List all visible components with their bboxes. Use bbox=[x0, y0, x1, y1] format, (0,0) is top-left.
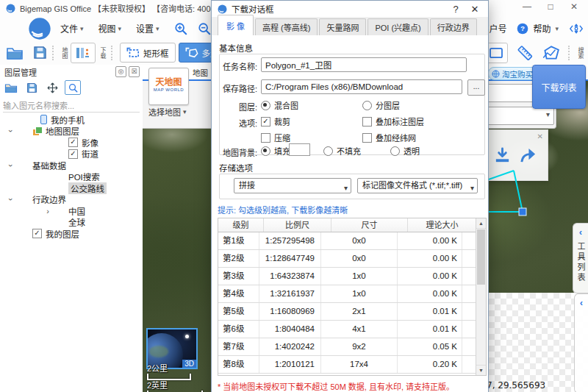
tree-item[interactable]: 我的手机 bbox=[0, 114, 143, 126]
tree-item[interactable]: POI搜索 bbox=[0, 171, 143, 183]
dialog-help-button[interactable]: ? bbox=[448, 4, 463, 15]
search-layer-button[interactable] bbox=[65, 80, 81, 95]
tree-item[interactable]: ✓影像 bbox=[0, 137, 143, 149]
expander-icon[interactable]: › bbox=[7, 127, 15, 135]
checkbox-graticule[interactable]: 叠加经纬网 bbox=[362, 132, 416, 143]
open-layer-button[interactable] bbox=[3, 80, 19, 95]
minimize-button[interactable]: — bbox=[520, 1, 534, 12]
rect-select-tool-button[interactable]: 矩形框 bbox=[120, 43, 176, 63]
file-format-select[interactable]: 标记图像文件格式 (*.tif;*.tiff)▾ bbox=[357, 178, 478, 193]
checkbox-clip[interactable]: ✓裁剪 bbox=[261, 115, 290, 127]
map-option-select[interactable]: ▾ bbox=[485, 107, 554, 125]
stitch-mode-select[interactable]: 拼接▾ bbox=[234, 178, 351, 193]
table-row[interactable]: 第7级1:40202429x20.05 K bbox=[218, 338, 486, 356]
select-map-dropdown[interactable]: 选择地图 ▾ bbox=[148, 106, 187, 118]
table-row[interactable]: 第4级1:321619371x00.00 K bbox=[218, 285, 486, 303]
tree-item[interactable]: ›中国 bbox=[0, 205, 143, 217]
collapsed-panel-tab[interactable]: ‹ bbox=[574, 293, 588, 392]
tree-item[interactable]: 全球 bbox=[0, 217, 143, 229]
expander-icon[interactable]: › bbox=[7, 196, 15, 203]
task-name-label: 任务名称: bbox=[219, 60, 257, 72]
table-scrollbar[interactable]: ▲ ▼ bbox=[476, 218, 486, 375]
help-label[interactable]: 帮助 bbox=[533, 22, 551, 35]
scroll-up-icon[interactable]: ▲ bbox=[476, 218, 486, 229]
tool-list-tab[interactable]: ‹ 工具列表 bbox=[573, 223, 588, 293]
save-layer-button[interactable] bbox=[24, 80, 40, 95]
layer-toolbar bbox=[0, 78, 143, 97]
radio-transparent[interactable]: 透明 bbox=[390, 145, 420, 157]
checkbox-compress[interactable]: 压缩 bbox=[261, 132, 290, 143]
save-project-icon[interactable] bbox=[33, 46, 47, 60]
table-header[interactable]: 尺寸 bbox=[331, 218, 408, 232]
table-header[interactable]: 比例尺 bbox=[264, 218, 331, 232]
dialog-close-button[interactable]: ✕ bbox=[467, 4, 482, 15]
download-group-label: 下载 bbox=[99, 47, 106, 59]
zoom-in-icon[interactable] bbox=[174, 22, 187, 35]
download-icon[interactable] bbox=[493, 146, 512, 165]
checkbox[interactable]: ✓ bbox=[68, 138, 78, 147]
measure-area-icon[interactable] bbox=[538, 45, 563, 61]
tree-item[interactable]: ›行政边界 bbox=[0, 194, 143, 206]
expander-icon[interactable]: › bbox=[7, 162, 15, 169]
radio-fill[interactable]: 填充 bbox=[261, 145, 290, 157]
maximize-button[interactable]: □ bbox=[544, 1, 557, 12]
map-source-tab[interactable]: 地图 bbox=[193, 67, 208, 78]
scrollbar-thumb[interactable] bbox=[477, 229, 485, 285]
save-path-input[interactable] bbox=[261, 79, 462, 94]
map-gallery-button[interactable] bbox=[71, 43, 96, 63]
scroll-down-icon[interactable]: ▼ bbox=[476, 365, 486, 375]
popup-close-icon[interactable]: ✕ bbox=[537, 132, 543, 140]
table-row[interactable]: 第2级1:1286477490x00.00 K bbox=[218, 250, 486, 268]
dialog-tab[interactable]: 行政边界 bbox=[430, 18, 477, 35]
map-provider-button[interactable]: 天地图 MAP WORLD bbox=[148, 68, 189, 105]
table-header[interactable]: 级别 bbox=[218, 218, 264, 232]
task-name-input[interactable] bbox=[261, 57, 467, 72]
checkbox[interactable]: ✓ bbox=[68, 149, 78, 159]
close-button[interactable]: ✕ bbox=[567, 1, 581, 12]
checkbox-label-overlay[interactable]: 叠加标注图层 bbox=[362, 115, 424, 127]
pan-icon[interactable] bbox=[569, 22, 584, 35]
fill-color-input[interactable] bbox=[289, 143, 310, 156]
zoom-out-icon[interactable] bbox=[198, 22, 211, 35]
dialog-tab[interactable]: 影 像 bbox=[218, 15, 254, 36]
menu-item[interactable]: 文件▾ bbox=[60, 22, 84, 35]
table-header[interactable]: 理论大小 bbox=[408, 218, 477, 232]
dialog-tab[interactable]: POI (兴趣点) bbox=[368, 18, 428, 35]
table-cell-scale: 1:257295498 bbox=[259, 232, 321, 249]
tree-item[interactable]: ✓街道 bbox=[0, 149, 143, 160]
table-row[interactable]: 第8级1:201012117x40.20 K bbox=[218, 356, 486, 374]
table-cell-bytes: 0.00 K bbox=[398, 232, 462, 249]
table-row[interactable]: 第5级1:160809692x10.01 K bbox=[218, 303, 486, 321]
panel-close-icon[interactable]: ☒ bbox=[129, 66, 140, 77]
table-cell-level: 第8级 bbox=[218, 356, 259, 373]
tree-item[interactable]: ›基础数据 bbox=[0, 160, 143, 171]
radio-mixed-layer[interactable]: 混合图 bbox=[261, 99, 298, 111]
pan-to-layer-button[interactable] bbox=[44, 80, 60, 95]
table-row[interactable]: 第1级1:2572954980x00.00 K bbox=[218, 232, 486, 250]
checkbox[interactable]: ✓ bbox=[32, 229, 42, 238]
radio-nofill[interactable]: 不填充 bbox=[323, 145, 361, 157]
chevron-down-icon: ▾ bbox=[555, 25, 559, 32]
measure-distance-icon[interactable] bbox=[512, 44, 538, 62]
open-project-icon[interactable] bbox=[6, 46, 24, 60]
table-row[interactable]: 第6级1:80404844x10.01 K bbox=[218, 321, 486, 338]
toolbar-grip bbox=[111, 46, 115, 60]
tree-item[interactable]: ✓我的图层 bbox=[0, 228, 143, 240]
download-list-button[interactable]: 下载列表 bbox=[532, 65, 586, 109]
layer-search-input[interactable] bbox=[3, 100, 140, 113]
menu-item[interactable]: 设置▾ bbox=[136, 22, 159, 35]
table-row[interactable]: 第3级1:643238741x00.00 K bbox=[218, 268, 486, 285]
browse-button[interactable]: ... bbox=[467, 79, 485, 96]
chevron-down-icon: ▾ bbox=[183, 108, 187, 115]
options-label: 选项: bbox=[219, 117, 257, 129]
tree-item[interactable]: 公交路线 bbox=[0, 182, 143, 194]
expander-icon[interactable]: › bbox=[44, 207, 51, 215]
menu-item[interactable]: 视图▾ bbox=[98, 22, 122, 35]
tree-item[interactable]: ›地图图层 bbox=[0, 126, 143, 138]
share-icon[interactable] bbox=[519, 146, 537, 165]
dialog-tab[interactable]: 矢量路网 bbox=[319, 18, 366, 35]
dialog-tab[interactable]: 高程 (等高线) bbox=[255, 18, 318, 35]
table-cell-size: 0x0 bbox=[321, 250, 398, 267]
panel-float-icon[interactable]: ◎ bbox=[115, 66, 126, 77]
radio-split-layer[interactable]: 分图层 bbox=[362, 99, 400, 111]
